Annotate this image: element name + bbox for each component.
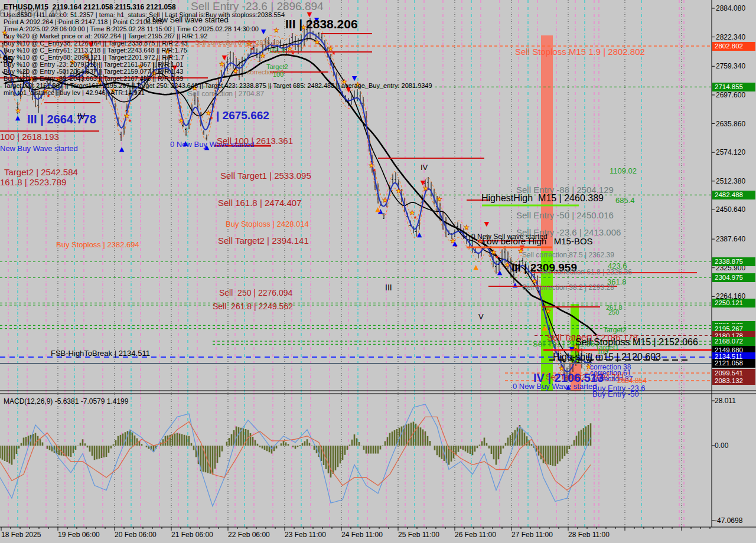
chart-label: III | 2838.206	[285, 18, 358, 30]
mt4-chart-window: ★★★★★★★★★★★★★★★★★★★★★★★★★★★★★★★★★★★★★★★★…	[0, 0, 756, 543]
chart-label: MACD(12,26,9) -5.6381 -7.0579 1.4199	[4, 398, 128, 405]
chart-label: Buy %20 @ Entry -50: 2064.837 || Target:…	[4, 68, 183, 75]
chart-label: 1109.02	[610, 167, 637, 175]
star-marker: ★	[504, 261, 510, 269]
star-marker: ★	[178, 117, 184, 125]
chart-label: HighestHigh M15 | 2460.389	[481, 194, 604, 203]
price-tag: 2083.132	[712, 376, 755, 385]
chart-label: 0 New Sell wave started	[146, 16, 228, 24]
chart-label: Target2	[266, 64, 288, 70]
macd-axis-label: 28.011	[715, 397, 736, 405]
arrow-up-marker: ▲	[474, 263, 479, 271]
chart-label: Buy Entry -50	[592, 390, 639, 398]
star-marker: ★	[260, 52, 266, 60]
chart-label: min_tp1_distance | buy lev | 42.946 | AT…	[4, 90, 145, 96]
star-marker: ★	[396, 187, 402, 195]
chart-label: 100 | 2618.193	[0, 132, 59, 141]
price-axis-label: 2822.340	[716, 33, 745, 41]
chart-label: Low before High M15-BOS	[482, 237, 593, 246]
chart-label: IV	[421, 163, 428, 171]
macd-axis-label: -47.0698	[715, 516, 742, 525]
price-tag: 2802.802	[712, 42, 755, 51]
time-axis-label: 18 Feb 2025	[1, 531, 41, 539]
time-axis-label: 22 Feb 06:00	[228, 531, 270, 539]
chart-label: 250	[608, 309, 619, 316]
star-marker: ★	[372, 168, 376, 173]
chart-label: 0 New Buy Wave started	[513, 382, 597, 390]
chart-label: 161.8	[269, 47, 285, 54]
price-tag: 2121.058	[712, 359, 755, 368]
chart-label: Sell correction | 2704.87	[188, 90, 264, 97]
star-marker: ★	[436, 195, 442, 203]
price-tag: 2714.855	[712, 83, 755, 91]
chart-label: Sell correction 87.5 | 2362.39	[522, 251, 614, 259]
macd-plot	[0, 404, 591, 506]
chart-label: | 2675.662	[216, 110, 269, 121]
arrow-down-marker: ▼	[222, 54, 227, 61]
arrow-down-marker: ▼	[484, 220, 490, 228]
chart-label: Point A:2092.264 | Point B:2147.118 | Po…	[4, 19, 163, 25]
price-tag: 2250.121	[712, 299, 755, 308]
chart-label: Sell Target1 | 2533.095	[220, 171, 311, 180]
arrow-up-marker: ▲	[497, 269, 503, 276]
arrow-down-marker: ▼	[421, 179, 426, 187]
chart-label: High-shift m15 | 2120.603	[553, 352, 661, 362]
chart-label: Target100: 2161.367 || Target161: 2195.2…	[4, 83, 432, 89]
price-axis-label: 2759.340	[716, 62, 745, 70]
time-axis-label: 20 Feb 06:00	[115, 531, 157, 539]
arrow-up-marker: ▲	[513, 281, 518, 289]
chart-label: 161.8 | 2523.789	[0, 178, 66, 187]
arrow-down-marker: ▼	[352, 74, 357, 82]
time-axis-label: 25 Feb 11:00	[398, 531, 439, 539]
chart-label: Sell 261.8 | 2249.562	[213, 302, 293, 310]
time-axis-label: 26 Feb 11:00	[455, 531, 496, 539]
chart-label: Sell Entry -50 | 2450.016	[516, 211, 614, 220]
price-axis-label: 2574.120	[716, 148, 745, 156]
star-marker: ★	[291, 51, 295, 56]
chart-label: Buy Stoploss | 2382.694	[56, 241, 139, 248]
time-axis-label: 23 Feb 11:00	[285, 531, 326, 539]
arrow-up-marker: ▲	[119, 145, 125, 153]
chart-label: FSB-HighToBreak | 2134.511	[51, 349, 150, 357]
arrow-down-marker: ▼	[261, 28, 266, 35]
chart-label: 685.4	[615, 197, 635, 204]
star-marker: ★	[382, 197, 388, 204]
chart-label: Buy %20 @ Market price or at: 2092.264 |…	[4, 33, 207, 40]
chart-label: Buy %10 @ C_Entry88: 2099.121 || Target:…	[4, 54, 184, 61]
chart-label: Sell 100 | 2613.361	[217, 136, 293, 145]
chart-label: Buy %20 @ Entry -88: 2043.663 || Target:…	[4, 76, 183, 82]
chart-label: Sell correction 87.5 | 2815.18	[195, 40, 279, 46]
star-marker: ★	[273, 27, 279, 34]
star-marker: ★	[233, 67, 239, 75]
macd-signal-line	[0, 417, 591, 490]
star-marker: ★	[545, 308, 551, 315]
star-marker: ★	[413, 215, 417, 220]
macd-axis-label: 0.00	[715, 441, 728, 450]
chart-label: Target2 | 2542.584	[4, 168, 78, 176]
price-axis-label: 2697.600	[716, 91, 745, 99]
star-marker: ★	[250, 46, 254, 51]
chart-label: Sell Entry -23.6 | 2896.894	[191, 1, 324, 12]
price-tag: 2338.875	[712, 257, 755, 266]
chart-label: Sell 250 | 2276.094	[219, 289, 292, 297]
arrow-up-marker: ▲	[376, 205, 381, 213]
chart-label: Buy %10 @ C_Entry61: 2113.218 || Target:…	[4, 47, 187, 54]
chart-label: Sell 161.8 | 2474.407	[218, 198, 302, 207]
chart-label: Sell Target2 | 2394.141	[218, 236, 309, 245]
star-marker: ★	[494, 254, 498, 260]
price-tag: 2304.975	[712, 273, 755, 282]
chart-label: Sell correction 38.2 | 2293.28	[522, 284, 614, 291]
chart-label: IV	[77, 112, 85, 120]
chart-label: III	[385, 283, 392, 292]
star-marker: ★	[15, 107, 21, 115]
star-marker: ★	[464, 224, 470, 231]
star-marker: ★	[314, 38, 320, 46]
price-tag: 2482.488	[712, 191, 755, 199]
chart-label: V	[478, 313, 484, 320]
chart-label: Buy %10 @ C_Entry38: 2126.164 || Target:…	[4, 40, 188, 47]
chart-label: 100	[273, 71, 284, 78]
price-tag: 2168.072	[712, 337, 755, 346]
time-axis-label: 21 Feb 06:00	[171, 531, 213, 539]
star-marker: ★	[128, 118, 132, 123]
price-axis-label: 2387.640	[716, 235, 745, 243]
